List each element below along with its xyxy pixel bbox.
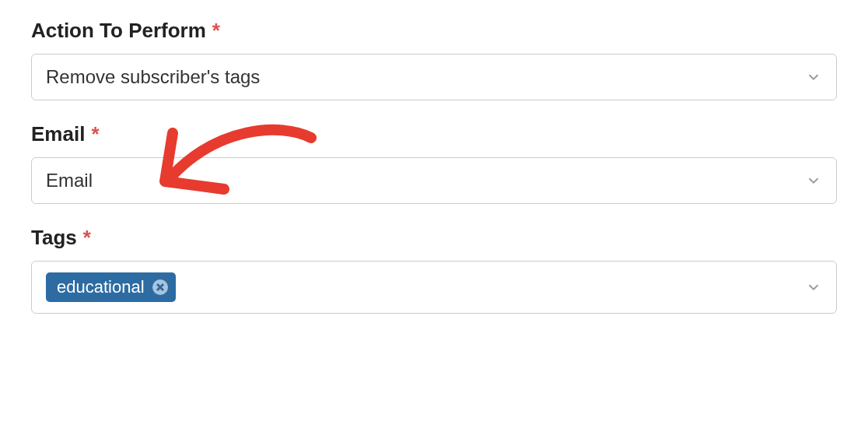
chevron-down-icon (805, 279, 822, 296)
field-email: Email * Email (31, 122, 837, 204)
tags-label: Tags * (31, 226, 837, 250)
tag-remove-button[interactable] (152, 279, 168, 295)
email-label-text: Email (31, 122, 85, 146)
action-select[interactable]: Remove subscriber's tags (31, 54, 837, 100)
field-tags: Tags * educational (31, 226, 837, 314)
required-asterisk: * (212, 19, 220, 43)
chevron-down-icon (805, 68, 822, 86)
tags-select-value: educational (46, 272, 805, 302)
action-label-text: Action To Perform (31, 19, 206, 43)
chevron-down-icon (805, 172, 822, 189)
email-select[interactable]: Email (31, 157, 837, 204)
tag-chip: educational (46, 272, 176, 302)
tag-chip-label: educational (57, 277, 145, 297)
tags-label-text: Tags (31, 226, 77, 250)
email-select-value: Email (46, 170, 805, 191)
tags-select[interactable]: educational (31, 261, 837, 314)
action-select-value: Remove subscriber's tags (46, 66, 805, 88)
action-label: Action To Perform * (31, 19, 837, 43)
required-asterisk: * (91, 122, 99, 146)
email-label: Email * (31, 122, 837, 146)
field-action: Action To Perform * Remove subscriber's … (31, 19, 837, 100)
required-asterisk: * (83, 226, 91, 250)
